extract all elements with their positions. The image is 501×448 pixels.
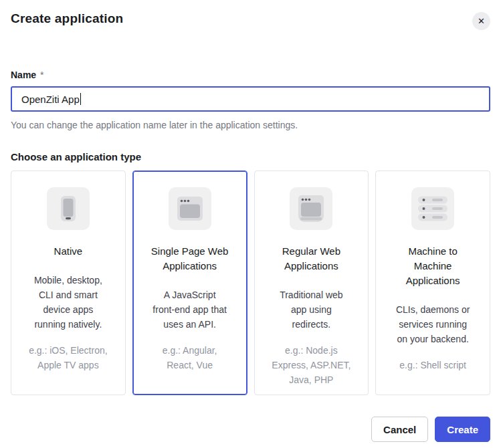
name-input[interactable]: OpenZiti App xyxy=(11,86,490,112)
icon-tile xyxy=(411,187,454,230)
browser-app-icon xyxy=(290,187,332,230)
required-marker: * xyxy=(40,70,43,80)
card-title: Machine to Machine Applications xyxy=(406,244,460,288)
create-application-dialog: Create application ✕ Name * OpenZiti App… xyxy=(0,0,501,448)
card-example: e.g.: Shell script xyxy=(399,358,466,372)
card-example: e.g.: iOS, Electron, Apple TV apps xyxy=(29,343,108,372)
name-helper-text: You can change the application name late… xyxy=(11,120,490,130)
card-description: Mobile, desktop, CLI and smart device ap… xyxy=(34,273,102,332)
create-button[interactable]: Create xyxy=(435,417,490,442)
text-cursor xyxy=(80,93,82,105)
phone-icon xyxy=(47,187,90,230)
app-type-card-m2m[interactable]: Machine to Machine Applications CLIs, da… xyxy=(375,171,490,395)
icon-tile xyxy=(169,187,211,230)
close-icon: ✕ xyxy=(478,17,485,25)
cancel-button[interactable]: Cancel xyxy=(371,417,428,442)
name-label: Name * xyxy=(11,70,490,80)
dialog-footer: Cancel Create xyxy=(11,417,490,442)
dialog-header: Create application ✕ xyxy=(11,0,490,30)
name-label-text: Name xyxy=(11,70,36,80)
application-type-label: Choose an application type xyxy=(11,151,490,162)
card-description: A JavaScript front-end app that uses an … xyxy=(153,288,227,332)
card-description: CLIs, daemons or services running on you… xyxy=(396,302,470,346)
dialog-title: Create application xyxy=(11,11,123,26)
app-type-card-spa[interactable]: Single Page Web Applications A JavaScrip… xyxy=(132,171,247,395)
card-example: e.g.: Angular, React, Vue xyxy=(163,343,217,372)
server-stack-icon xyxy=(411,187,454,230)
app-type-card-native[interactable]: Native Mobile, desktop, CLI and smart de… xyxy=(11,171,126,395)
card-title: Single Page Web Applications xyxy=(151,244,229,273)
application-type-cards: Native Mobile, desktop, CLI and smart de… xyxy=(11,171,490,395)
card-description: Traditional web app using redirects. xyxy=(280,288,342,332)
card-title: Regular Web Applications xyxy=(282,244,340,273)
icon-tile xyxy=(290,187,332,230)
card-title: Native xyxy=(54,244,83,259)
icon-tile xyxy=(47,187,90,230)
browser-window-icon xyxy=(169,187,211,230)
card-example: e.g.: Node.js Express, ASP.NET, Java, PH… xyxy=(272,343,350,387)
name-input-value: OpenZiti App xyxy=(21,94,80,105)
app-type-card-regular-web[interactable]: Regular Web Applications Traditional web… xyxy=(254,171,369,395)
close-button[interactable]: ✕ xyxy=(472,12,490,30)
